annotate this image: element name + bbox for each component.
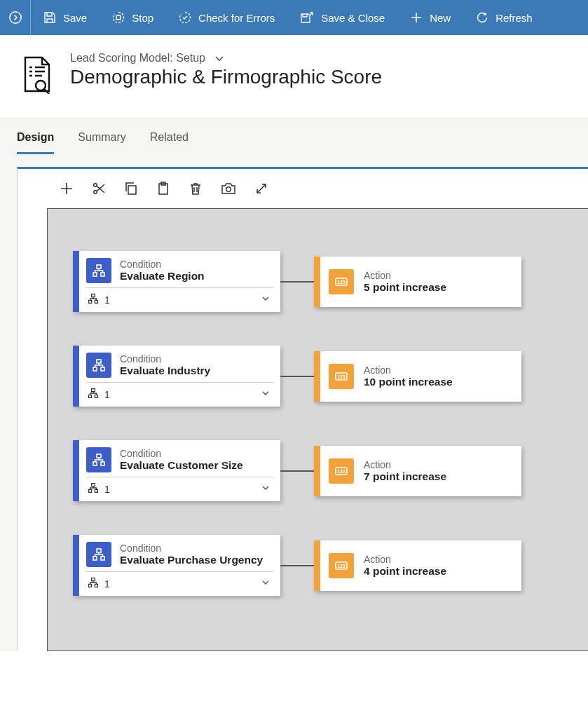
action-kind-label: Action [364, 459, 446, 470]
svg-text:123: 123 [337, 469, 346, 474]
condition-kind-label: Condition [120, 543, 263, 554]
svg-rect-30 [95, 489, 97, 492]
condition-count-value: 1 [104, 294, 110, 306]
svg-rect-1 [116, 15, 121, 20]
stop-button[interactable]: Stop [100, 0, 166, 35]
svg-rect-29 [89, 489, 92, 492]
condition-count-value: 1 [104, 484, 110, 495]
svg-rect-5 [128, 186, 136, 194]
action-card[interactable]: 123Action7 point increase [314, 446, 521, 496]
condition-child-count: 1 [88, 577, 110, 590]
check-icon [179, 11, 191, 24]
stop-icon [112, 11, 125, 24]
toolbar-expand-button[interactable] [254, 182, 268, 196]
save-close-button[interactable]: Save & Close [287, 0, 397, 35]
number-icon: 123 [329, 458, 354, 484]
save-label: Save [63, 12, 87, 24]
designer-panel: ConditionEvaluate Region1123Action5 poin… [17, 167, 588, 651]
save-button[interactable]: Save [31, 0, 100, 35]
svg-rect-18 [93, 367, 97, 371]
svg-rect-37 [89, 584, 92, 587]
sitemap-icon [86, 447, 111, 472]
tab-related[interactable]: Related [150, 131, 189, 154]
svg-rect-13 [89, 300, 92, 303]
action-card[interactable]: 123Action5 point increase [314, 257, 521, 307]
action-card[interactable]: 123Action4 point increase [314, 540, 521, 591]
tab-summary[interactable]: Summary [78, 131, 125, 154]
action-kind-label: Action [364, 365, 453, 376]
save-close-label: Save & Close [321, 12, 385, 24]
svg-rect-22 [95, 395, 97, 397]
toolbar-snapshot-button[interactable] [221, 182, 236, 196]
expand-condition-button[interactable] [261, 483, 271, 496]
svg-rect-28 [92, 484, 95, 486]
entity-icon [20, 55, 53, 94]
page-title: Demographic & Firmographic Score [70, 66, 382, 88]
toolbar-paste-button[interactable] [156, 182, 170, 196]
action-kind-label: Action [364, 554, 446, 565]
expand-condition-button[interactable] [261, 578, 271, 590]
svg-rect-26 [93, 462, 97, 465]
svg-text:123: 123 [337, 374, 346, 379]
designer-canvas[interactable]: ConditionEvaluate Region1123Action5 poin… [47, 208, 588, 651]
action-title-label: 7 point increase [364, 470, 446, 483]
camera-icon [221, 182, 236, 196]
flow-row: ConditionEvaluate Customer Size1123Actio… [73, 440, 588, 501]
svg-rect-36 [92, 578, 95, 581]
refresh-button[interactable]: Refresh [463, 0, 545, 35]
paste-icon [156, 182, 170, 196]
toolbar-add-button[interactable] [60, 182, 74, 196]
plus-icon [60, 182, 74, 196]
svg-rect-12 [92, 294, 95, 297]
action-accent [314, 540, 320, 591]
toolbar-copy-button[interactable] [124, 182, 138, 196]
expand-condition-button[interactable] [261, 388, 271, 401]
number-icon: 123 [329, 269, 354, 294]
svg-rect-14 [95, 300, 97, 303]
record-header: Lead Scoring Model: Setup Demographic & … [0, 35, 588, 118]
svg-point-8 [226, 187, 231, 192]
chevron-down-icon [214, 53, 225, 64]
copy-icon [124, 182, 138, 196]
condition-card[interactable]: ConditionEvaluate Customer Size1 [73, 440, 280, 501]
condition-card[interactable]: ConditionEvaluate Industry1 [73, 346, 280, 407]
save-close-icon [300, 11, 314, 24]
sitemap-small-icon [88, 577, 99, 590]
action-card[interactable]: 123Action10 point increase [314, 351, 521, 402]
breadcrumb[interactable]: Lead Scoring Model: Setup [70, 52, 382, 64]
stop-label: Stop [132, 12, 153, 24]
trash-icon [189, 182, 203, 196]
new-button[interactable]: New [397, 0, 463, 35]
condition-kind-label: Condition [120, 353, 210, 365]
flow-connector [280, 470, 314, 472]
new-label: New [430, 12, 451, 24]
toolbar-delete-button[interactable] [189, 182, 203, 196]
condition-card[interactable]: ConditionEvaluate Purchase Urgency1 [73, 535, 280, 596]
condition-count-value: 1 [104, 578, 110, 590]
toolbar-cut-button[interactable] [92, 182, 106, 196]
number-icon: 123 [329, 553, 354, 578]
condition-card[interactable]: ConditionEvaluate Region1 [73, 251, 280, 312]
designer-area: ConditionEvaluate Region1123Action5 poin… [0, 154, 588, 651]
condition-child-count: 1 [88, 482, 110, 496]
flow-connector [280, 565, 314, 566]
condition-kind-label: Condition [120, 448, 243, 459]
condition-child-count: 1 [88, 293, 110, 306]
action-title-label: 4 point increase [364, 565, 446, 578]
command-bar: Save Stop Check for Errors Save & Close … [0, 0, 588, 35]
svg-rect-9 [97, 265, 101, 268]
condition-title-label: Evaluate Customer Size [120, 459, 243, 472]
chevron-right-circle-icon [8, 11, 22, 25]
command-bar-chevron[interactable] [0, 0, 31, 35]
svg-point-0 [9, 12, 20, 23]
expand-condition-button[interactable] [261, 294, 271, 306]
action-accent [314, 351, 320, 402]
check-errors-button[interactable]: Check for Errors [166, 0, 287, 35]
number-icon: 123 [329, 364, 354, 389]
condition-kind-label: Condition [120, 259, 205, 270]
condition-title-label: Evaluate Purchase Urgency [120, 554, 263, 566]
svg-rect-34 [93, 557, 97, 560]
sitemap-icon [86, 258, 111, 283]
action-kind-label: Action [364, 270, 446, 281]
tab-design[interactable]: Design [17, 131, 54, 154]
